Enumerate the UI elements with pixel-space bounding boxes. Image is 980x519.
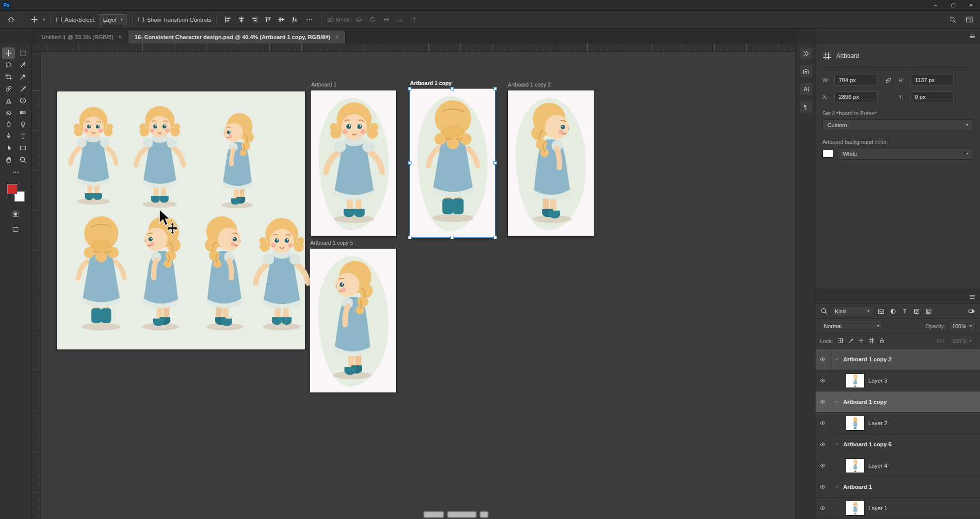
layer-name[interactable]: Layer 3 — [868, 378, 887, 384]
artboard-label[interactable]: Artboard 1 copy 2 — [508, 82, 551, 87]
chevron-down-icon[interactable] — [833, 442, 840, 447]
menu-item[interactable] — [30, 4, 38, 6]
panel-menu-icon[interactable] — [968, 293, 976, 301]
search-icon[interactable] — [946, 14, 958, 26]
transform-handle[interactable] — [408, 87, 411, 90]
lock-all[interactable] — [877, 337, 886, 346]
visibility-toggle[interactable] — [816, 476, 830, 497]
character-panel-icon[interactable]: A — [800, 83, 812, 95]
menu-item[interactable] — [14, 4, 22, 6]
object-selection-tool[interactable] — [16, 59, 29, 71]
layer-row[interactable]: Layer 2 — [816, 413, 980, 434]
move-tool[interactable] — [2, 47, 15, 59]
layer-name[interactable]: Layer 1 — [868, 505, 887, 511]
menu-item[interactable] — [70, 4, 78, 6]
document-tab[interactable]: Untitled-1 @ 33.3% (RGB/8) × — [36, 31, 128, 43]
artboard-bg-dropdown[interactable]: White▾ — [838, 148, 973, 160]
menu-item[interactable] — [93, 4, 101, 6]
layer-name[interactable]: Artboard 1 copy — [843, 399, 887, 405]
ruler-origin-corner[interactable] — [32, 43, 41, 52]
layer-row[interactable]: Artboard 1 copy — [816, 391, 980, 413]
workspace-icon[interactable] — [963, 14, 975, 26]
chevron-down-icon[interactable] — [833, 357, 840, 362]
align-left[interactable] — [222, 14, 234, 26]
crop-tool[interactable] — [2, 71, 15, 83]
zoom-tool[interactable] — [16, 154, 29, 166]
quick-mask-icon[interactable] — [9, 209, 22, 220]
visibility-toggle[interactable] — [816, 455, 830, 476]
gradient-tool[interactable] — [16, 107, 29, 118]
adjustment-layer-filter[interactable] — [888, 306, 898, 316]
auto-select-checkbox[interactable] — [56, 17, 62, 22]
smart-object-filter[interactable] — [924, 306, 934, 316]
transform-handle[interactable] — [408, 236, 411, 239]
canvas-area[interactable]: Artboard 1 Artboard 1 copy Artboard — [32, 43, 795, 519]
layer-row[interactable]: Artboard 1 — [816, 476, 980, 498]
visibility-toggle[interactable] — [816, 391, 830, 412]
layer-row[interactable]: Artboard 1 copy 2 — [816, 349, 980, 370]
layer-name[interactable]: Artboard 1 — [843, 484, 872, 490]
fill-field[interactable]: 100%▾ — [948, 336, 976, 346]
show-transform-checkbox[interactable] — [138, 17, 144, 22]
layer-row[interactable]: Layer 1 — [816, 498, 980, 519]
layer-row[interactable]: Layer 4 — [816, 455, 980, 476]
shape-layer-filter[interactable] — [912, 306, 922, 316]
menu-item[interactable] — [62, 4, 70, 6]
layer-thumbnail[interactable] — [846, 501, 864, 515]
layer-name[interactable]: Artboard 1 copy 5 — [843, 441, 892, 447]
lasso-tool[interactable] — [2, 59, 15, 71]
pen-tool[interactable] — [2, 130, 15, 142]
screen-mode-icon[interactable] — [9, 224, 22, 235]
blend-mode-dropdown[interactable]: Normal▾ — [820, 321, 883, 331]
minimize-button[interactable]: – — [927, 0, 944, 11]
layer-row[interactable]: Artboard 1 copy 5 — [816, 434, 980, 455]
artboard-label-selected[interactable]: Artboard 1 copy — [410, 80, 451, 86]
chevron-down-icon[interactable] — [833, 484, 840, 489]
maximize-button[interactable]: ▢ — [944, 0, 962, 11]
menu-item[interactable] — [38, 4, 46, 6]
home-icon[interactable] — [5, 14, 17, 26]
artboard-1-copy-5[interactable] — [310, 249, 396, 392]
pasteboard[interactable]: Artboard 1 Artboard 1 copy Artboard — [41, 52, 795, 519]
layer-name[interactable]: Artboard 1 copy 2 — [843, 356, 892, 362]
visibility-toggle[interactable] — [816, 498, 830, 519]
move-tool-preset-icon[interactable] — [28, 14, 40, 26]
eraser-tool[interactable] — [2, 107, 15, 118]
hand-tool[interactable] — [2, 154, 15, 166]
paragraph-panel-icon[interactable]: ¶ — [800, 101, 812, 113]
dodge-tool[interactable] — [16, 119, 29, 130]
artboard-label[interactable]: Artboard 1 — [311, 82, 336, 87]
slide-3d[interactable] — [395, 14, 407, 26]
lock-transparent[interactable] — [836, 337, 845, 346]
menu-item[interactable] — [54, 4, 62, 6]
align-center-horizontal[interactable] — [236, 14, 247, 26]
lock-position[interactable] — [857, 337, 865, 346]
type-layer-filter[interactable]: T — [900, 306, 910, 316]
transform-handle[interactable] — [493, 161, 497, 165]
visibility-toggle[interactable] — [816, 434, 830, 455]
lock-pixels[interactable] — [846, 337, 855, 346]
x-field[interactable]: 2896 px — [834, 91, 878, 102]
close-button[interactable]: ✕ — [962, 0, 980, 11]
height-field[interactable]: 1137 px — [910, 75, 954, 86]
type-tool[interactable] — [16, 130, 29, 142]
transform-handle[interactable] — [493, 87, 497, 90]
menu-item[interactable] — [46, 4, 54, 6]
menu-item[interactable] — [85, 4, 93, 6]
more-align-options-icon[interactable] — [304, 14, 316, 26]
y-field[interactable]: 0 px — [910, 91, 954, 102]
align-bottom[interactable] — [289, 14, 301, 26]
lock-artboard[interactable] — [867, 337, 876, 346]
document-tab[interactable]: 16- Consistent Character design.psd @ 40… — [128, 31, 345, 43]
artboard-main[interactable] — [57, 91, 305, 349]
pan-3d[interactable] — [381, 14, 393, 26]
brush-tool[interactable] — [16, 83, 29, 94]
align-center-vertical[interactable] — [276, 14, 287, 26]
menu-item[interactable] — [78, 4, 85, 6]
close-tab-icon[interactable]: × — [335, 34, 339, 41]
visibility-toggle[interactable] — [816, 349, 830, 370]
visibility-toggle[interactable] — [816, 370, 830, 391]
libraries-panel-icon[interactable] — [800, 65, 812, 77]
blur-tool[interactable] — [2, 119, 15, 130]
menu-item[interactable] — [22, 4, 30, 6]
